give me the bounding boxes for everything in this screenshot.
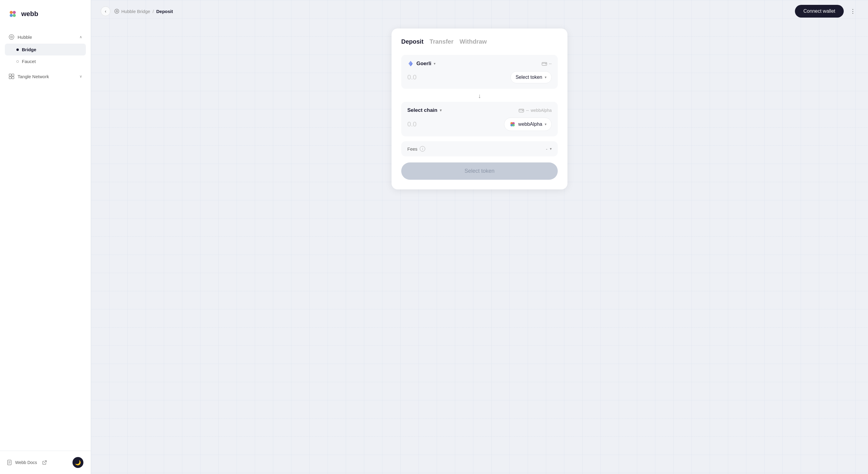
source-chain-balance: -- <box>542 61 552 66</box>
dest-chain-header: Select chain ▾ -- webbAlpha <box>407 107 552 113</box>
active-dot <box>17 48 19 51</box>
source-chain-selector[interactable]: Goerli ▾ <box>407 60 436 67</box>
tab-transfer[interactable]: Transfer <box>429 38 454 46</box>
breadcrumb-icon <box>114 8 120 14</box>
direction-arrow-icon: ↓ <box>478 93 481 99</box>
svg-point-15 <box>115 9 119 13</box>
select-token-button[interactable]: Select token <box>401 163 558 180</box>
docs-icon <box>7 460 13 465</box>
fees-text: Fees <box>407 146 417 151</box>
svg-point-1 <box>10 11 13 14</box>
more-icon: ⋮ <box>850 8 856 14</box>
sidebar-item-faucet-label: Faucet <box>22 59 36 64</box>
source-amount-display: 0.0 <box>407 73 417 81</box>
hubble-icon <box>8 34 14 40</box>
external-link-icon[interactable] <box>42 460 47 465</box>
svg-rect-22 <box>545 64 546 64</box>
dark-mode-toggle[interactable]: 🌙 <box>72 457 84 468</box>
dest-token-chevron: ▾ <box>545 122 547 126</box>
breadcrumb-parent[interactable]: Hubble Bridge <box>114 8 150 14</box>
svg-point-3 <box>10 14 13 17</box>
nav-section-hubble: Hubble ∧ Bridge Faucet <box>5 30 86 67</box>
source-token-selector[interactable]: Select token ▾ <box>510 71 552 83</box>
svg-rect-0 <box>7 8 18 20</box>
main-content: ‹ Hubble Bridge / Deposit Connect wallet… <box>91 0 868 474</box>
nav-section-tangle: Tangle Network ∨ <box>5 70 86 83</box>
svg-marker-20 <box>408 61 411 64</box>
svg-point-5 <box>9 35 14 39</box>
tangle-icon <box>8 73 14 79</box>
topbar-left: ‹ Hubble Bridge / Deposit <box>101 6 173 16</box>
dest-chain-balance: -- webbAlpha <box>519 108 552 113</box>
chevron-up-icon: ∧ <box>80 35 82 39</box>
breadcrumb: Hubble Bridge / Deposit <box>114 8 173 14</box>
sidebar-logo: webb <box>0 0 91 28</box>
svg-point-28 <box>512 124 515 126</box>
svg-rect-10 <box>12 77 14 79</box>
svg-point-6 <box>11 36 12 38</box>
webb-logo-icon <box>7 8 18 20</box>
svg-rect-8 <box>12 74 14 76</box>
sidebar-item-bridge-label: Bridge <box>22 47 36 52</box>
direction-arrow-row: ↓ <box>401 93 558 99</box>
topbar: ‹ Hubble Bridge / Deposit Connect wallet… <box>91 0 868 23</box>
dest-chain-selector[interactable]: Select chain ▾ <box>407 107 442 113</box>
sidebar-item-tangle-label: Tangle Network <box>18 74 49 79</box>
fees-chevron-icon: ▾ <box>550 147 552 151</box>
fees-info-icon[interactable]: i <box>420 146 425 151</box>
sidebar: webb Hubble ∧ Bridge Faucet <box>0 0 91 474</box>
svg-point-16 <box>116 11 118 12</box>
dest-chain-chevron: ▾ <box>440 108 442 112</box>
sidebar-item-bridge[interactable]: Bridge <box>5 44 86 56</box>
source-chain-header: Goerli ▾ -- <box>407 60 552 67</box>
dest-amount-display: 0.0 <box>407 120 417 128</box>
back-icon: ‹ <box>105 9 106 14</box>
webb-docs-link[interactable]: Webb Docs <box>7 460 37 465</box>
sidebar-nav: Hubble ∧ Bridge Faucet <box>0 28 91 451</box>
breadcrumb-parent-label: Hubble Bridge <box>121 9 150 14</box>
source-balance-value: -- <box>549 61 552 66</box>
breadcrumb-current: Deposit <box>156 9 173 14</box>
source-chain-block: Goerli ▾ -- 0.0 Selec <box>401 55 558 89</box>
source-chain-chevron: ▾ <box>434 62 436 66</box>
inactive-dot <box>17 60 19 63</box>
tab-deposit[interactable]: Deposit <box>401 38 423 46</box>
svg-rect-24 <box>522 110 523 111</box>
sidebar-item-hubble[interactable]: Hubble ∧ <box>5 30 86 44</box>
more-options-button[interactable]: ⋮ <box>847 6 858 17</box>
dest-token-label: webbAlpha <box>518 122 542 127</box>
sidebar-item-faucet[interactable]: Faucet <box>5 56 86 67</box>
svg-rect-7 <box>9 74 11 76</box>
breadcrumb-separator: / <box>153 9 154 14</box>
eth-icon <box>407 60 414 67</box>
svg-point-4 <box>13 14 16 17</box>
sidebar-item-tangle[interactable]: Tangle Network ∨ <box>5 70 86 83</box>
tab-row: Deposit Transfer Withdraw <box>401 38 558 46</box>
dest-chain-label: Select chain <box>407 107 437 113</box>
sidebar-item-hubble-label: Hubble <box>18 35 32 40</box>
back-button[interactable]: ‹ <box>101 6 111 16</box>
svg-rect-9 <box>9 77 11 79</box>
topbar-right: Connect wallet ⋮ <box>795 5 858 18</box>
deposit-card: Deposit Transfer Withdraw Goerl <box>392 29 567 190</box>
card-area: Deposit Transfer Withdraw Goerl <box>91 23 868 474</box>
source-amount-row: 0.0 Select token ▾ <box>407 71 552 83</box>
dest-amount-row: 0.0 webbAlpha ▾ <box>407 117 552 131</box>
source-token-chevron: ▾ <box>545 75 547 79</box>
tab-withdraw[interactable]: Withdraw <box>460 38 487 46</box>
dest-balance-value: -- <box>526 108 529 113</box>
webb-docs-label: Webb Docs <box>15 460 37 465</box>
dest-balance-token: webbAlpha <box>531 108 552 113</box>
connect-wallet-button[interactable]: Connect wallet <box>795 5 844 18</box>
app-logo-text: webb <box>21 10 38 18</box>
fees-row: Fees i - ▾ <box>401 141 558 157</box>
fees-value: - ▾ <box>546 146 552 151</box>
source-chain-name: Goerli <box>416 61 431 67</box>
source-token-label: Select token <box>516 74 542 80</box>
webb-alpha-icon <box>509 121 516 128</box>
wallet-icon <box>542 62 547 66</box>
dest-token-selector[interactable]: webbAlpha ▾ <box>504 117 552 131</box>
moon-icon: 🌙 <box>75 460 81 466</box>
svg-point-2 <box>13 11 16 14</box>
sidebar-footer: Webb Docs 🌙 <box>0 451 91 474</box>
